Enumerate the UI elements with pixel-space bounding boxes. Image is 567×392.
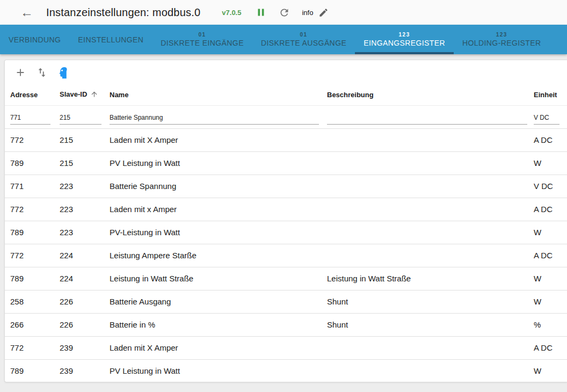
cell-slave-id[interactable]: 224 [54,244,104,267]
tab-badge: 123 [496,32,507,38]
column-header-adresse[interactable]: Adresse [5,85,54,105]
cell-beschreibung[interactable] [322,175,528,198]
tab-holding-register[interactable]: 123 HOLDING-REGISTER [454,25,549,54]
cell-adresse[interactable]: 771 [5,175,54,198]
refresh-icon[interactable] [279,7,290,18]
cell-name[interactable]: Batterie in % [104,313,322,336]
slave-id-input[interactable] [60,113,101,125]
cell-slave-id[interactable]: 226 [54,290,104,313]
cell-einheit[interactable]: W [528,290,567,313]
cell-beschreibung[interactable]: Shunt [322,313,528,336]
cell-slave-id[interactable]: 215 [54,151,104,175]
register-edit-row [5,105,567,128]
register-row[interactable]: 789 239 PV Leistung in Watt W [5,359,567,382]
register-row[interactable]: 789 223 PV-Leistung in Watt W [5,221,567,244]
cell-slave-id[interactable]: 223 [54,221,104,244]
instance-settings-header: ← Instanzeinstellungen: modbus.0 v7.0.5 … [0,0,567,25]
cell-name[interactable]: Leistung Ampere Starße [104,244,322,267]
cell-einheit[interactable]: V DC [528,175,567,198]
pause-icon[interactable] [255,6,267,18]
log-level-info: info [302,9,313,17]
import-export-icon[interactable] [35,66,48,79]
cell-beschreibung[interactable] [322,198,528,221]
register-row[interactable]: 772 224 Leistung Ampere Starße A DC [5,244,567,267]
cell-einheit[interactable]: A DC [528,244,567,267]
add-icon[interactable] [14,66,27,79]
register-row[interactable]: 771 223 Batterie Spannung V DC [5,175,567,198]
cell-adresse[interactable]: 789 [5,359,54,382]
head-icon[interactable] [57,66,70,79]
tab-diskrete-ausg-nge[interactable]: 01 DISKRETE AUSGÄNGE [252,25,355,54]
cell-adresse[interactable]: 789 [5,221,54,244]
cell-einheit[interactable]: % [528,313,567,336]
cell-adresse[interactable]: 772 [5,198,54,221]
tab-label: DISKRETE EINGÄNGE [161,38,244,48]
cell-adresse[interactable]: 266 [5,313,54,336]
cell-einheit[interactable]: W [528,221,567,244]
cell-name[interactable]: Laden mit x Amper [104,198,322,221]
cell-beschreibung[interactable] [322,359,528,382]
tab-diskrete-eing-nge[interactable]: 01 DISKRETE EINGÄNGE [152,25,252,54]
cell-name[interactable]: Laden mit X Amper [104,336,322,359]
tab-label: DISKRETE AUSGÄNGE [261,38,346,48]
cell-einheit[interactable]: W [528,151,567,175]
cell-einheit[interactable]: W [528,267,567,290]
table-header-row: Adresse Slave-ID Name Beschreibung Einhe… [5,85,567,105]
tab-badge: 123 [399,32,410,38]
cell-slave-id[interactable]: 226 [54,313,104,336]
beschreibung-input[interactable] [327,113,527,125]
cell-name[interactable]: PV Leistung in Watt [104,359,322,382]
tab-einstellungen[interactable]: EINSTELLUNGEN [69,25,152,54]
cell-adresse[interactable]: 789 [5,151,54,175]
back-arrow-icon[interactable]: ← [19,5,34,20]
cell-beschreibung[interactable]: Shunt [322,290,528,313]
einheit-input[interactable] [534,113,559,125]
cell-beschreibung[interactable] [322,221,528,244]
cell-adresse[interactable]: 789 [5,267,54,290]
cell-beschreibung[interactable]: Leistung in Watt Straße [322,267,528,290]
tab-verbindung[interactable]: VERBINDUNG [0,25,69,54]
column-header-einheit[interactable]: Einheit [528,85,567,105]
cell-beschreibung[interactable] [322,128,528,151]
cell-slave-id[interactable]: 223 [54,198,104,221]
cell-beschreibung[interactable] [322,151,528,175]
cell-slave-id[interactable]: 224 [54,267,104,290]
register-row[interactable]: 266 226 Batterie in % Shunt % [5,313,567,336]
edit-pencil-icon[interactable] [318,8,329,18]
cell-name[interactable]: Batterie Spannung [104,175,322,198]
cell-beschreibung[interactable] [322,244,528,267]
cell-name[interactable]: PV Leistung in Watt [104,151,322,175]
register-row[interactable]: 789 215 PV Leistung in Watt W [5,151,567,175]
cell-slave-id[interactable]: 223 [54,175,104,198]
tab-label: VERBINDUNG [9,35,61,45]
cell-slave-id[interactable]: 239 [54,336,104,359]
cell-beschreibung[interactable] [322,336,528,359]
tab-label: HOLDING-REGISTER [462,38,541,48]
column-header-beschreibung[interactable]: Beschreibung [322,85,528,105]
cell-adresse[interactable]: 772 [5,128,54,151]
cell-einheit[interactable]: A DC [528,198,567,221]
cell-name[interactable]: Laden mit X Amper [104,128,322,151]
tab-badge: 01 [300,32,307,38]
column-header-slave-id[interactable]: Slave-ID [54,85,104,105]
adresse-input[interactable] [10,113,50,125]
cell-einheit[interactable]: A DC [528,128,567,151]
cell-adresse[interactable]: 772 [5,336,54,359]
cell-name[interactable]: PV-Leistung in Watt [104,221,322,244]
cell-adresse[interactable]: 258 [5,290,54,313]
register-row[interactable]: 772 223 Laden mit x Amper A DC [5,198,567,221]
cell-name[interactable]: Batterie Ausgang [104,290,322,313]
column-header-name[interactable]: Name [104,85,322,105]
cell-einheit[interactable]: W [528,359,567,382]
register-row[interactable]: 772 239 Laden mit X Amper A DC [5,336,567,359]
cell-slave-id[interactable]: 215 [54,128,104,151]
register-row[interactable]: 789 224 Leistung in Watt Straße Leistung… [5,267,567,290]
cell-adresse[interactable]: 772 [5,244,54,267]
register-row[interactable]: 772 215 Laden mit X Amper A DC [5,128,567,151]
cell-slave-id[interactable]: 239 [54,359,104,382]
cell-name[interactable]: Leistung in Watt Straße [104,267,322,290]
tab-eingangsregister[interactable]: 123 EINGANGSREGISTER [355,25,454,54]
name-input[interactable] [110,113,319,125]
register-row[interactable]: 258 226 Batterie Ausgang Shunt W [5,290,567,313]
cell-einheit[interactable]: A DC [528,336,567,359]
